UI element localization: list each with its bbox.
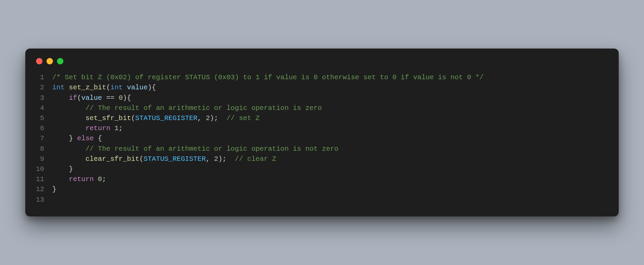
token-func: clear_sfr_bit [85, 155, 139, 163]
code-line: 13 [35, 195, 609, 205]
code-window: 1/* Set bit Z (0x02) of register STATUS … [25, 49, 619, 216]
code-content: clear_sfr_bit(STATUS_REGISTER, 2); // cl… [52, 154, 276, 164]
code-content: set_sfr_bit(STATUS_REGISTER, 2); // set … [52, 113, 260, 123]
token-comment: // set Z [227, 114, 260, 122]
token-punct: } [52, 135, 77, 142]
zoom-icon[interactable] [57, 58, 63, 64]
code-line: 6 return 1; [35, 123, 609, 134]
token-punct: } [52, 165, 73, 173]
line-number: 13 [35, 195, 52, 205]
token-number: 2 [214, 155, 218, 163]
token-punct [52, 145, 85, 153]
token-number: 1 [115, 124, 119, 132]
token-punct: ){ [148, 84, 156, 91]
token-punct [52, 155, 85, 163]
line-number: 3 [35, 93, 52, 103]
line-number: 7 [35, 134, 52, 144]
token-comment: // The result of an arithmetic or logic … [85, 104, 322, 112]
token-punct: ); [210, 114, 227, 122]
code-line: 11 return 0; [35, 174, 609, 184]
token-punct: ; [119, 124, 123, 132]
close-icon[interactable] [36, 58, 42, 64]
token-punct: ( [77, 94, 81, 102]
token-punct [52, 175, 69, 183]
token-punct: ){ [123, 94, 131, 102]
code-content: /* Set bit Z (0x02) of register STATUS (… [52, 72, 484, 83]
code-content: return 0; [52, 174, 106, 184]
code-line: 8 // The result of an arithmetic or logi… [35, 144, 609, 154]
token-punct [52, 104, 85, 112]
token-const: STATUS_REGISTER [144, 155, 206, 163]
code-content: } [52, 184, 56, 195]
code-content: int set_z_bit(int value){ [52, 83, 156, 93]
code-content: } else { [52, 134, 102, 144]
minimize-icon[interactable] [47, 58, 53, 64]
token-punct [65, 84, 69, 91]
token-type: int [52, 84, 65, 91]
token-punct: ; [102, 175, 106, 183]
token-punct [110, 124, 114, 132]
code-line: 3 if(value == 0){ [35, 93, 609, 103]
code-line: 5 set_sfr_bit(STATUS_REGISTER, 2); // se… [35, 113, 609, 123]
code-line: 4 // The result of an arithmetic or logi… [35, 103, 609, 113]
code-line: 9 clear_sfr_bit(STATUS_REGISTER, 2); // … [35, 154, 609, 164]
window-controls [36, 58, 609, 64]
token-punct [123, 84, 127, 91]
token-const: STATUS_REGISTER [135, 114, 198, 122]
line-number: 9 [35, 154, 52, 164]
token-punct: , [206, 155, 214, 163]
token-keyword: else [77, 135, 94, 142]
token-keyword: return [69, 175, 94, 183]
token-punct: } [52, 185, 56, 193]
token-punct: ); [218, 155, 235, 163]
token-func: set_sfr_bit [85, 114, 131, 122]
token-comment: // The result of an arithmetic or logic … [85, 145, 338, 153]
token-var: value [127, 84, 148, 91]
code-content: if(value == 0){ [52, 93, 131, 103]
code-line: 2int set_z_bit(int value){ [35, 83, 609, 93]
code-content: return 1; [52, 123, 123, 134]
token-punct [52, 124, 85, 132]
code-line: 1/* Set bit Z (0x02) of register STATUS … [35, 72, 609, 83]
token-punct [52, 114, 85, 122]
line-number: 1 [35, 72, 52, 83]
token-punct: ( [106, 84, 110, 91]
line-number: 2 [35, 83, 52, 93]
code-content: // The result of an arithmetic or logic … [52, 144, 339, 154]
line-number: 5 [35, 113, 52, 123]
token-comment: // clear Z [235, 155, 276, 163]
token-punct [94, 175, 98, 183]
token-keyword: if [69, 94, 77, 102]
token-number: 0 [98, 175, 102, 183]
token-number: 2 [206, 114, 210, 122]
code-line: 10 } [35, 164, 609, 174]
token-punct: ( [139, 155, 143, 163]
code-content: // The result of an arithmetic or logic … [52, 103, 322, 113]
token-punct [52, 94, 69, 102]
token-punct: == [102, 94, 119, 102]
line-number: 10 [35, 164, 52, 174]
line-number: 6 [35, 123, 52, 134]
line-number: 12 [35, 184, 52, 195]
line-number: 4 [35, 103, 52, 113]
token-keyword: return [85, 124, 110, 132]
token-var: value [81, 94, 102, 102]
token-number: 0 [119, 94, 123, 102]
code-content: } [52, 164, 73, 174]
code-line: 7 } else { [35, 134, 609, 144]
token-punct: , [198, 114, 206, 122]
token-punct: ( [131, 114, 135, 122]
token-type: int [110, 84, 123, 91]
token-func: set_z_bit [69, 84, 106, 91]
line-number: 11 [35, 174, 52, 184]
code-block: 1/* Set bit Z (0x02) of register STATUS … [35, 72, 609, 205]
token-punct: { [94, 135, 102, 142]
code-line: 12} [35, 184, 609, 195]
token-comment: /* Set bit Z (0x02) of register STATUS (… [52, 73, 484, 81]
line-number: 8 [35, 144, 52, 154]
